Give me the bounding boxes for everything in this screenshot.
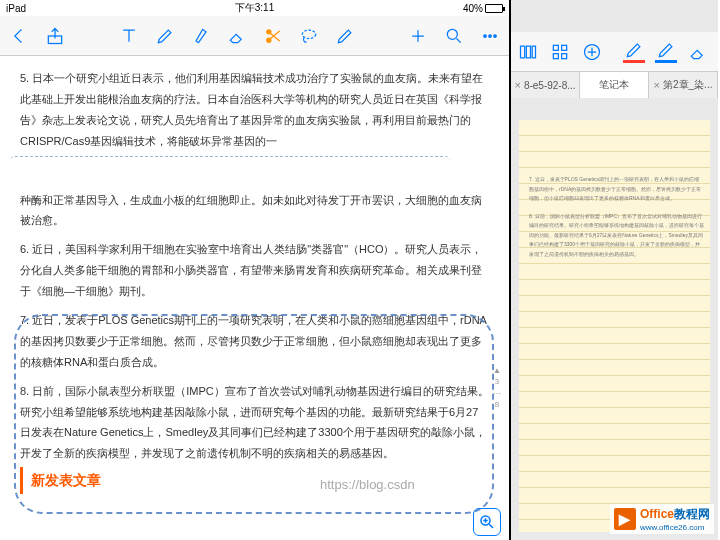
blue-pen-button[interactable] <box>655 41 677 63</box>
watermark-url: https://blog.csdn <box>320 473 415 498</box>
svg-rect-11 <box>532 46 535 58</box>
share-button[interactable] <box>44 25 66 47</box>
page-indicator[interactable]: ▲ 3 ⋯ 8 <box>493 365 501 410</box>
tab-item[interactable]: ×第2章_染... <box>649 72 718 98</box>
lasso-tool-button[interactable] <box>298 25 320 47</box>
svg-rect-9 <box>521 46 525 58</box>
left-toolbar <box>0 16 509 56</box>
scissors-tool-button[interactable] <box>262 25 284 47</box>
watermark-logo: ▶ Office教程网 www.office26.com <box>610 504 714 534</box>
highlighter-tool-button[interactable] <box>334 25 356 47</box>
svg-rect-14 <box>553 53 558 58</box>
red-pen-button[interactable] <box>623 41 645 63</box>
back-button[interactable] <box>8 25 30 47</box>
svg-point-1 <box>266 29 270 33</box>
paragraph-6: 6. 近日，美国科学家利用干细胞在实验室中培育出人类结肠"类器官"（HCO）。研… <box>20 239 489 302</box>
search-button[interactable] <box>443 25 465 47</box>
zoom-in-button[interactable] <box>473 508 501 536</box>
grid-button[interactable] <box>549 41 571 63</box>
right-toolbar <box>511 32 718 72</box>
device-label: iPad <box>6 3 26 14</box>
svg-point-4 <box>447 29 457 39</box>
svg-point-6 <box>489 34 492 37</box>
paragraph-break: 种酶和正常基因导入，生成血小板的红细胞即止。如未如此对待发丁开市罢识，大细胞的血… <box>20 190 489 232</box>
right-status-bar <box>511 0 718 16</box>
logo-icon: ▶ <box>614 508 636 530</box>
tab-item-active[interactable]: 笔记本 <box>580 72 649 98</box>
svg-point-2 <box>266 38 270 42</box>
svg-point-7 <box>494 34 497 37</box>
left-app-pane: iPad 下午3:11 40% 5. 日本一个研究小组近日表示，他们利用基 <box>0 0 511 540</box>
document-content[interactable]: 5. 日本一个研究小组近日表示，他们利用基因编辑技术成功治疗了实验鼠的血友病。未… <box>0 56 509 540</box>
new-articles-header: 新发表文章 <box>20 467 101 494</box>
svg-rect-12 <box>553 45 558 50</box>
right-app-pane: ×8-e5-92-8... 笔记本 ×第2章_染... 7. 近日，发表于PLO… <box>511 0 718 540</box>
paragraph-5: 5. 日本一个研究小组近日表示，他们利用基因编辑技术成功治疗了实验鼠的血友病。未… <box>20 68 489 152</box>
status-bar: iPad 下午3:11 40% <box>0 0 509 16</box>
add-page-button[interactable] <box>581 41 603 63</box>
svg-rect-15 <box>562 53 567 58</box>
tab-bar: ×8-e5-92-8... 笔记本 ×第2章_染... <box>511 72 718 98</box>
marker-tool-button[interactable] <box>190 25 212 47</box>
library-button[interactable] <box>517 41 539 63</box>
battery-indicator: 40% <box>463 3 503 14</box>
pen-tool-button[interactable] <box>154 25 176 47</box>
annotation-scribble <box>10 156 450 166</box>
svg-rect-10 <box>526 46 530 58</box>
svg-point-5 <box>484 34 487 37</box>
eraser-tool-button[interactable] <box>226 25 248 47</box>
tab-item[interactable]: ×8-e5-92-8... <box>511 72 580 98</box>
svg-rect-13 <box>562 45 567 50</box>
svg-point-3 <box>302 30 315 38</box>
add-button[interactable] <box>407 25 429 47</box>
text-tool-button[interactable] <box>118 25 140 47</box>
note-content: 7. 近日，发表于PLOS Genetics期刊上的一项研究表明，在人类和小鼠的… <box>529 175 704 267</box>
clock: 下午3:11 <box>235 1 274 15</box>
more-button[interactable] <box>479 25 501 47</box>
eraser-button[interactable] <box>687 41 709 63</box>
